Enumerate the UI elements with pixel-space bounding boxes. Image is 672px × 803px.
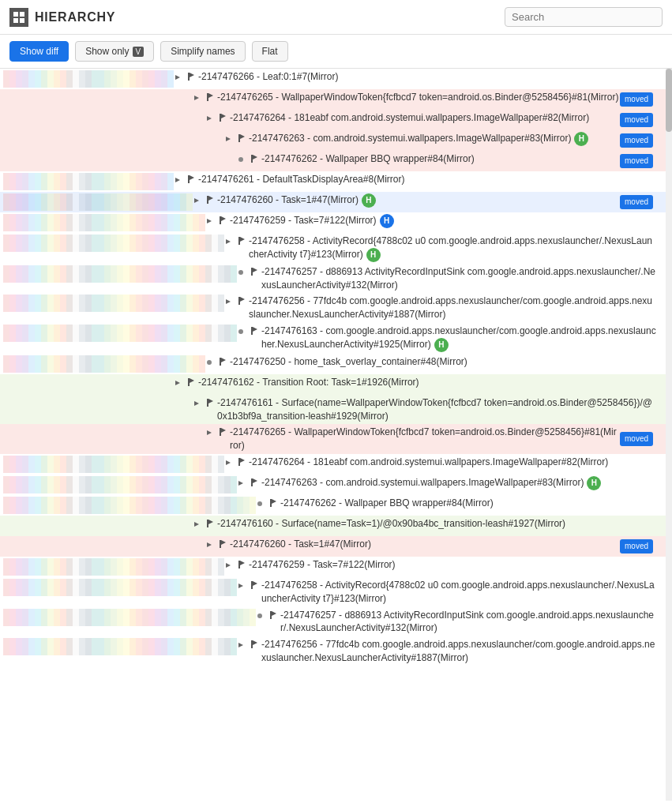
depth-strip	[79, 173, 85, 190]
depth-strip	[98, 376, 104, 393]
tree-toggle[interactable]	[237, 580, 250, 594]
show-diff-button[interactable]: Show diff	[9, 41, 69, 62]
moved-badge: moved	[620, 92, 653, 107]
depth-strip	[3, 476, 9, 493]
simplify-names-button[interactable]: Simplify names	[160, 41, 245, 62]
show-only-button[interactable]: Show only V	[75, 41, 154, 62]
search-input[interactable]	[512, 11, 655, 23]
svg-point-31	[238, 270, 243, 275]
tree-toggle[interactable]	[224, 560, 237, 573]
depth-strip	[16, 638, 22, 655]
tree-bullet	[237, 267, 250, 280]
badge-h-green: H	[366, 248, 381, 262]
depth-strip	[123, 538, 130, 555]
depth-strip	[130, 426, 136, 443]
depth-strip	[180, 579, 186, 596]
svg-point-37	[238, 329, 243, 334]
depth-strip	[54, 579, 60, 596]
depth-strip	[54, 265, 60, 283]
depth-strip	[35, 295, 41, 312]
depth-strip	[28, 152, 35, 170]
depth-strip	[174, 152, 180, 170]
scrollbar-track[interactable]	[666, 69, 672, 801]
depth-strip	[142, 609, 148, 626]
depth-strip	[123, 235, 130, 252]
depth-strip	[79, 538, 85, 555]
depth-strip	[85, 111, 92, 129]
tree-toggle[interactable]	[174, 377, 186, 391]
tree-toggle[interactable]	[193, 398, 205, 411]
tree-toggle[interactable]	[193, 519, 205, 532]
depth-strip	[92, 456, 98, 473]
depth-strip	[167, 152, 174, 170]
svg-marker-13	[226, 137, 231, 141]
depth-strip	[180, 235, 186, 252]
tree-toggle[interactable]	[224, 296, 237, 310]
depth-strips	[3, 325, 237, 342]
svg-marker-10	[207, 116, 212, 121]
depth-strip	[35, 476, 41, 493]
depth-strip	[193, 111, 199, 129]
tree-toggle[interactable]	[193, 195, 205, 208]
depth-strip	[47, 265, 54, 283]
depth-strip	[41, 235, 47, 252]
tree-toggle[interactable]	[205, 539, 218, 553]
depth-strip	[60, 265, 66, 283]
svg-marker-54	[240, 458, 245, 463]
depth-strip	[79, 235, 85, 252]
depth-strip	[136, 325, 142, 342]
flat-button[interactable]: Flat	[252, 41, 288, 62]
svg-rect-44	[188, 378, 190, 386]
svg-marker-66	[221, 540, 226, 545]
depth-strip	[66, 325, 73, 342]
depth-strip	[104, 111, 111, 129]
tree-toggle[interactable]	[174, 72, 186, 85]
depth-strip	[117, 152, 123, 170]
depth-strip	[130, 193, 136, 211]
depth-strip	[111, 558, 117, 576]
depth-strip	[79, 456, 85, 473]
tree-toggle[interactable]	[174, 174, 186, 188]
tree-toggle[interactable]	[224, 133, 237, 147]
svg-rect-29	[238, 237, 240, 245]
depth-strip	[142, 376, 148, 393]
depth-strip	[73, 456, 79, 473]
depth-strip	[136, 111, 142, 129]
depth-strip	[237, 497, 243, 514]
node-icon	[268, 610, 278, 624]
depth-strip	[98, 193, 104, 211]
depth-strip	[98, 173, 104, 190]
depth-strip	[41, 456, 47, 473]
depth-strip	[130, 497, 136, 514]
tree-toggle[interactable]	[224, 236, 237, 250]
depth-strip	[22, 558, 28, 576]
depth-strip	[174, 295, 180, 312]
tree-view[interactable]: -2147476266 - Leaf:0:1#7(Mirror)-2147476…	[0, 69, 666, 801]
depth-strip	[41, 132, 47, 149]
search-box[interactable]	[505, 7, 663, 27]
depth-strip	[73, 193, 79, 211]
depth-strip	[148, 111, 155, 129]
depth-strip	[117, 376, 123, 393]
svg-rect-74	[270, 611, 272, 619]
tree-toggle[interactable]	[205, 216, 218, 229]
node-icon	[250, 154, 259, 167]
depth-strip	[104, 558, 111, 576]
depth-strip	[85, 497, 92, 514]
tree-toggle[interactable]	[205, 427, 218, 441]
depth-strip	[180, 638, 186, 655]
depth-strip	[79, 91, 85, 108]
tree-toggle[interactable]	[237, 478, 250, 491]
depth-strip	[85, 235, 92, 252]
depth-strip	[9, 497, 16, 514]
depth-strip	[193, 497, 199, 514]
tree-toggle[interactable]	[237, 640, 250, 653]
depth-strip	[155, 91, 161, 108]
tree-toggle[interactable]	[224, 457, 237, 471]
depth-strip	[123, 376, 130, 393]
tree-toggle[interactable]	[205, 113, 218, 126]
depth-strip	[85, 638, 92, 655]
svg-rect-38	[251, 327, 253, 335]
scrollbar-thumb[interactable]	[666, 69, 672, 132]
tree-toggle[interactable]	[193, 92, 205, 106]
